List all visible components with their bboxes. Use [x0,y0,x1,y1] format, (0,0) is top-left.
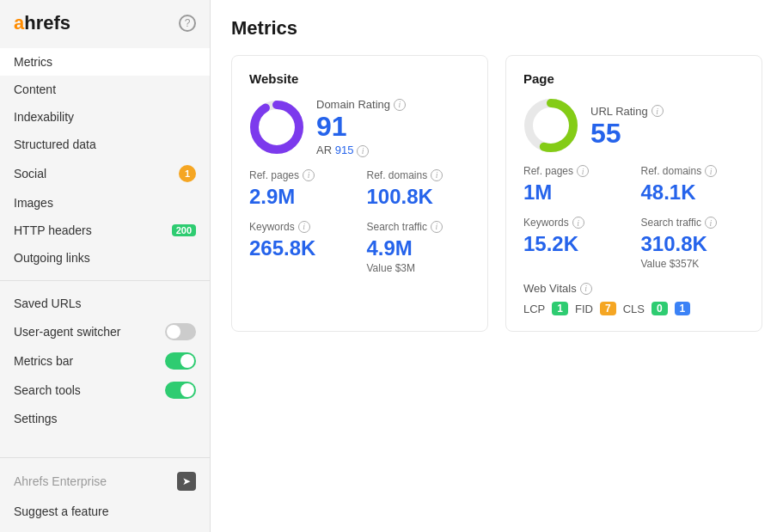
sidebar-item-label: Structured data [14,138,196,151]
page-search-traffic-info-icon[interactable]: i [705,217,717,229]
website-keywords: Keywords i 265.8K [249,221,353,274]
sidebar-item-label: Indexability [14,110,196,124]
page-search-traffic: Search traffic i 310.8K Value $357K [641,217,745,270]
user-agent-switcher-row: User-agent switcher [0,317,210,346]
website-stats-row1: Ref. pages i 2.9M Ref. domains i 100.8K [249,169,470,209]
metrics-bar-toggle[interactable] [165,352,196,370]
sidebar-item-images[interactable]: Images [0,189,210,217]
url-rating-value: 55 [590,119,664,147]
sidebar-item-saved-urls[interactable]: Saved URLs [0,290,210,317]
search-tools-toggle[interactable] [165,382,196,399]
sidebar-item-indexability[interactable]: Indexability [0,103,210,131]
suggest-label: Suggest a feature [14,504,196,518]
website-panel: Website Domain Rating i 91 AR [231,55,488,332]
page-search-traffic-label: Search traffic i [641,217,745,229]
sidebar-item-label: Social [14,167,179,180]
sidebar-item-structured-data[interactable]: Structured data [0,131,210,158]
url-rating-label: URL Rating i [590,105,664,118]
sidebar-item-suggest[interactable]: Suggest a feature [0,498,210,525]
domain-rating-value: 91 [316,113,406,140]
search-tools-row: Search tools [0,376,210,405]
ar-row: AR 915 i [316,144,406,157]
page-keywords-info-icon[interactable]: i [572,217,584,229]
ar-value: 915 [335,144,354,156]
search-traffic-info-icon[interactable]: i [431,221,443,233]
domain-rating-label: Domain Rating i [316,98,406,111]
nav-menu: Metrics Content Indexability Structured … [0,45,210,275]
web-vitals-label: Web Vitals i [523,282,744,295]
url-rating-donut [523,98,578,153]
divider [0,280,210,281]
sidebar-item-label: Outgoing links [14,251,196,265]
page-panel-title: Page [523,71,744,86]
user-agent-label: User-agent switcher [14,325,121,339]
fid-badge: 7 [600,302,616,315]
search-traffic-value: 4.9M [367,236,471,260]
enterprise-label: Ahrefs Enterprise [14,474,107,488]
page-stats-row2: Keywords i 15.2K Search traffic i 310.8K… [523,217,744,270]
user-agent-toggle[interactable] [165,323,196,340]
page-ref-pages: Ref. pages i 1M [523,165,627,205]
domain-rating-donut [249,100,304,155]
ar-info-icon[interactable]: i [357,145,369,157]
page-panel: Page URL Rating i 55 [505,55,762,332]
domain-rating-info: Domain Rating i 91 AR 915 i [316,98,406,157]
metrics-bar-row: Metrics bar [0,346,210,376]
fid-name: FID [575,303,593,315]
svg-point-1 [254,105,299,150]
keywords-info-icon[interactable]: i [298,221,310,233]
page-ref-domains: Ref. domains i 48.1K [641,165,745,205]
help-icon[interactable]: ? [179,15,196,32]
ref-pages-info-icon[interactable]: i [303,169,315,181]
keywords-label: Keywords i [249,221,353,233]
sidebar-item-social[interactable]: Social 1 [0,158,210,189]
ref-domains-value: 100.8K [367,185,471,209]
lcp-name: LCP [523,303,545,315]
ref-pages-value: 2.9M [249,185,353,209]
metrics-bar-label: Metrics bar [14,354,73,368]
ref-domains-label: Ref. domains i [367,169,471,181]
page-ref-pages-label: Ref. pages i [523,165,627,177]
page-title: Metrics [231,17,762,40]
web-vitals-section: Web Vitals i LCP 1 FID 7 CLS 0 1 [523,282,744,315]
page-search-traffic-value: 310.8K [641,232,745,256]
ref-domains-info-icon[interactable]: i [431,169,443,181]
sidebar-item-settings[interactable]: Settings [0,405,210,432]
sidebar-item-metrics[interactable]: Metrics [0,48,210,76]
website-ref-domains: Ref. domains i 100.8K [367,169,471,209]
web-vitals-info-icon[interactable]: i [580,283,592,295]
page-ref-domains-value: 48.1K [641,180,745,205]
website-ref-pages: Ref. pages i 2.9M [249,169,353,209]
logo-hrefs: hrefs [24,12,70,34]
url-rating-info-icon[interactable]: i [651,105,664,117]
http-headers-badge: 200 [172,224,196,236]
ref-pages-label: Ref. pages i [249,169,353,181]
page-keywords-value: 15.2K [523,232,627,256]
website-panel-title: Website [249,71,470,86]
logo: ahrefs [14,12,70,34]
sidebar-item-http-headers[interactable]: HTTP headers 200 [0,217,210,244]
logo-a: a [14,12,24,34]
url-rating-row: URL Rating i 55 [523,98,744,153]
sidebar-item-label: Saved URLs [14,297,196,310]
cls-badge: 0 [651,302,668,315]
website-search-traffic: Search traffic i 4.9M Value $3M [367,221,471,274]
page-search-traffic-value-sub: Value $357K [641,258,745,270]
domain-rating-info-icon[interactable]: i [394,99,406,111]
sidebar-bottom: Ahrefs Enterprise ➤ Suggest a feature [0,457,210,532]
sidebar-item-content[interactable]: Content [0,76,210,103]
enterprise-row[interactable]: Ahrefs Enterprise ➤ [0,465,210,498]
page-keywords-label: Keywords i [523,217,627,229]
page-ref-domains-info-icon[interactable]: i [705,165,717,177]
social-badge: 1 [179,165,196,182]
url-rating-info: URL Rating i 55 [590,105,664,147]
search-traffic-value-sub: Value $3M [367,262,471,274]
vitals-row: LCP 1 FID 7 CLS 0 1 [523,302,744,315]
page-ref-pages-info-icon[interactable]: i [577,165,589,177]
tools-section: Saved URLs User-agent switcher Metrics b… [0,286,210,436]
sidebar-item-outgoing-links[interactable]: Outgoing links [0,244,210,272]
sidebar-item-label: Content [14,83,196,96]
enterprise-arrow-icon: ➤ [177,472,196,491]
sidebar-item-label: Settings [14,412,196,425]
lcp-badge: 1 [552,302,568,315]
